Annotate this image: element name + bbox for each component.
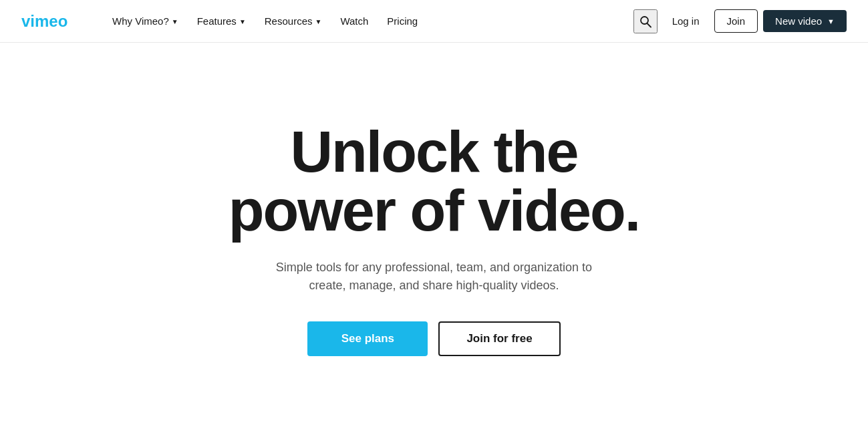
nav-item-pricing[interactable]: Pricing — [378, 0, 427, 43]
navbar: vimeo Why Vimeo? ▼ Features ▼ Resources … — [0, 0, 868, 43]
chevron-down-icon: ▼ — [315, 18, 321, 25]
hero-subtitle: Simple tools for any professional, team,… — [261, 259, 608, 295]
hero-buttons: See plans Join for free — [307, 321, 560, 356]
new-video-button[interactable]: New video ▼ — [763, 10, 847, 32]
nav-item-features[interactable]: Features ▼ — [188, 0, 255, 43]
nav-right: Log in Join New video ▼ — [633, 9, 847, 33]
chevron-down-icon: ▼ — [827, 17, 835, 25]
svg-line-2 — [647, 23, 651, 27]
see-plans-button[interactable]: See plans — [307, 321, 428, 356]
nav-item-why-vimeo[interactable]: Why Vimeo? ▼ — [103, 0, 188, 43]
nav-item-resources[interactable]: Resources ▼ — [255, 0, 331, 43]
svg-text:vimeo: vimeo — [21, 12, 67, 30]
login-button[interactable]: Log in — [663, 10, 709, 32]
search-icon — [639, 15, 652, 28]
nav-links: Why Vimeo? ▼ Features ▼ Resources ▼ Watc… — [103, 0, 633, 43]
chevron-down-icon: ▼ — [172, 18, 178, 25]
join-for-free-button[interactable]: Join for free — [438, 321, 560, 356]
chevron-down-icon: ▼ — [239, 18, 246, 25]
search-button[interactable] — [633, 9, 658, 33]
join-button[interactable]: Join — [714, 9, 758, 33]
hero-title: Unlock the power of video. — [229, 122, 639, 240]
nav-item-watch[interactable]: Watch — [331, 0, 378, 43]
logo[interactable]: vimeo — [21, 12, 82, 31]
hero-section: Unlock the power of video. Simple tools … — [0, 43, 868, 435]
